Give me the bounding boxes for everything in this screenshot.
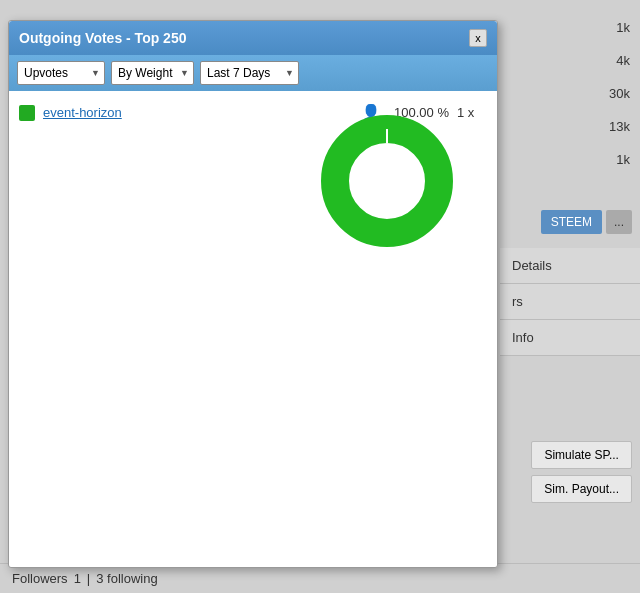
modal-titlebar: Outgoing Votes - Top 250 x xyxy=(9,21,497,55)
followers-separator: | xyxy=(87,571,90,586)
steem-button[interactable]: STEEM xyxy=(541,210,602,234)
filter2-select[interactable]: By Weight By Count By Value xyxy=(111,61,194,85)
number-30k: 30k xyxy=(609,86,630,101)
number-1k-2: 1k xyxy=(609,152,630,167)
menu-item-info[interactable]: Info xyxy=(500,320,640,356)
vote-count: 1 x xyxy=(457,105,487,120)
filter3-select[interactable]: Last 7 Days Last 30 Days All Time xyxy=(200,61,299,85)
modal-content: event-horizon 👤 100.00 % 1 x xyxy=(9,91,497,567)
number-13k: 13k xyxy=(609,119,630,134)
following-text: 3 following xyxy=(96,571,157,586)
modal-outgoing-votes: Outgoing Votes - Top 250 x Upvotes Downv… xyxy=(8,20,498,568)
simulate-buttons-area: Simulate SP... Sim. Payout... xyxy=(531,441,632,503)
donut-svg xyxy=(317,111,457,251)
filter1-select[interactable]: Upvotes Downvotes All xyxy=(17,61,105,85)
vote-name[interactable]: event-horizon xyxy=(43,105,353,120)
dots-button[interactable]: ... xyxy=(606,210,632,234)
filter1-wrapper: Upvotes Downvotes All xyxy=(17,61,105,85)
donut-chart xyxy=(317,111,457,251)
modal-toolbar: Upvotes Downvotes All By Weight By Count… xyxy=(9,55,497,91)
steem-button-area: STEEM ... xyxy=(541,210,632,234)
right-numbers-panel: 1k 4k 30k 13k 1k xyxy=(609,20,630,167)
simulate-payout-button[interactable]: Sim. Payout... xyxy=(531,475,632,503)
vote-color-indicator xyxy=(19,105,35,121)
followers-label: Followers xyxy=(12,571,68,586)
simulate-sp-button[interactable]: Simulate SP... xyxy=(531,441,632,469)
number-1k-1: 1k xyxy=(609,20,630,35)
svg-point-1 xyxy=(353,147,421,215)
menu-item-details[interactable]: Details xyxy=(500,248,640,284)
filter2-wrapper: By Weight By Count By Value xyxy=(111,61,194,85)
modal-close-button[interactable]: x xyxy=(469,29,487,47)
modal-title: Outgoing Votes - Top 250 xyxy=(19,30,186,46)
filter3-wrapper: Last 7 Days Last 30 Days All Time xyxy=(200,61,299,85)
right-menu: Details rs Info xyxy=(500,248,640,356)
number-4k: 4k xyxy=(609,53,630,68)
followers-count: 1 xyxy=(74,571,81,586)
menu-item-rs[interactable]: rs xyxy=(500,284,640,320)
